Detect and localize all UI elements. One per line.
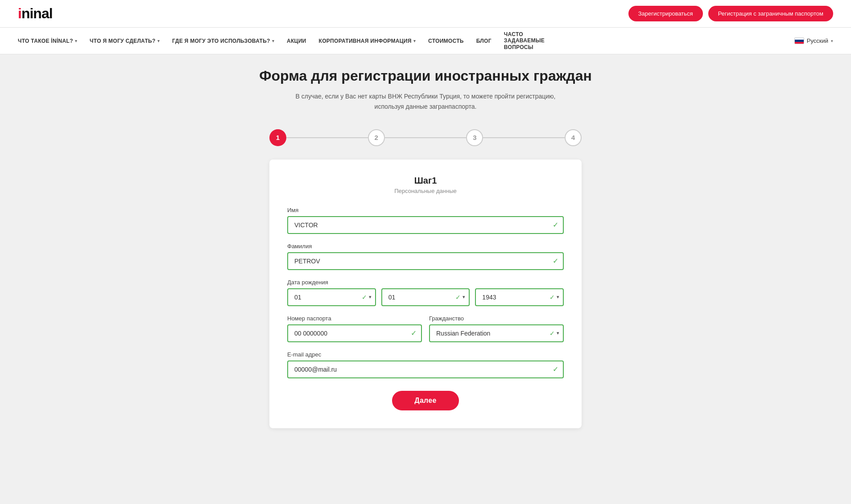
passport-field-group: Номер паспорта ✓ xyxy=(287,315,422,342)
date-row: 01 ✓ ▾ 01 ✓ ▾ xyxy=(287,288,564,306)
first-name-field-group: Имя ✓ xyxy=(287,207,564,234)
form-card: Шаг1 Персональные данные Имя ✓ Фамилия ✓… xyxy=(269,160,582,428)
step-line-1 xyxy=(286,137,368,138)
chevron-down-icon: ▾ xyxy=(413,39,416,43)
dob-field-group: Дата рождения 01 ✓ ▾ 01 ✓ xyxy=(287,279,564,306)
dob-label: Дата рождения xyxy=(287,279,564,286)
step-4-container: 4 xyxy=(565,129,582,146)
passport-input[interactable] xyxy=(287,324,422,342)
day-select[interactable]: 01 xyxy=(287,288,376,306)
language-selector[interactable]: Русский ▾ xyxy=(794,37,833,44)
month-select[interactable]: 01 xyxy=(381,288,470,306)
logo: ininal xyxy=(18,5,53,22)
chevron-down-icon: ▾ xyxy=(75,39,77,43)
nav-item-promotions[interactable]: АКЦИИ xyxy=(287,32,306,50)
nav-item-faq[interactable]: ЧАСТО ЗАДАВАЕМЫЕ ВОПРОСЫ xyxy=(504,28,558,54)
last-name-label: Фамилия xyxy=(287,243,564,250)
month-select-wrapper: 01 ✓ ▾ xyxy=(381,288,470,306)
chevron-down-icon: ▾ xyxy=(272,39,274,43)
nav-item-blog[interactable]: БЛОГ xyxy=(476,32,492,50)
step-2-container: 2 xyxy=(368,129,467,146)
day-select-wrapper: 01 ✓ ▾ xyxy=(287,288,376,306)
step-2-circle: 2 xyxy=(368,129,385,146)
last-name-input-wrapper: ✓ xyxy=(287,252,564,270)
year-select-wrapper: 1943 ✓ ▾ xyxy=(475,288,564,306)
nav-item-what-can[interactable]: ЧТО Я МОГУ СДЕЛАТЬ? ▾ xyxy=(90,32,160,50)
chevron-down-icon: ▾ xyxy=(831,39,833,43)
first-name-input-wrapper: ✓ xyxy=(287,216,564,234)
citizenship-field-group: Гражданство Russian Federation ✓ ▾ xyxy=(429,315,564,342)
russian-flag-icon xyxy=(794,37,804,44)
last-name-input[interactable] xyxy=(287,252,564,270)
citizenship-select[interactable]: Russian Federation xyxy=(429,324,564,342)
chevron-down-icon: ▾ xyxy=(157,39,160,43)
header: ininal Зарегистрироваться Регистрация с … xyxy=(0,0,851,28)
passport-citizenship-row: Номер паспорта ✓ Гражданство Russian Fed… xyxy=(287,315,564,342)
email-field-group: E-mail адрес ✓ xyxy=(287,351,564,378)
page-subtitle: В случае, если у Вас нет карты ВНЖ Респу… xyxy=(18,91,833,111)
citizenship-label: Гражданство xyxy=(429,315,564,322)
stepper: 1 2 3 4 xyxy=(269,129,582,146)
next-button[interactable]: Далее xyxy=(392,391,459,410)
last-name-field-group: Фамилия ✓ xyxy=(287,243,564,270)
step-line-2 xyxy=(385,137,467,138)
step-1-circle: 1 xyxy=(269,129,286,146)
citizenship-select-wrapper: Russian Federation ✓ ▾ xyxy=(429,324,564,342)
passport-input-wrapper: ✓ xyxy=(287,324,422,342)
step-line-3 xyxy=(483,137,565,138)
page-title: Форма для регистрации иностранных гражда… xyxy=(18,68,833,84)
passport-label: Номер паспорта xyxy=(287,315,422,322)
first-name-label: Имя xyxy=(287,207,564,213)
form-card-subtitle: Персональные данные xyxy=(287,188,564,194)
email-input[interactable] xyxy=(287,361,564,378)
main-nav: ЧТО ТАКОЕ İNİNAL? ▾ ЧТО Я МОГУ СДЕЛАТЬ? … xyxy=(0,28,851,54)
first-name-input[interactable] xyxy=(287,216,564,234)
email-label: E-mail адрес xyxy=(287,351,564,358)
form-card-title: Шаг1 xyxy=(287,176,564,186)
logo-text: ininal xyxy=(18,5,53,22)
header-buttons: Зарегистрироваться Регистрация с заграни… xyxy=(628,6,833,21)
email-input-wrapper: ✓ xyxy=(287,361,564,378)
year-select[interactable]: 1943 xyxy=(475,288,564,306)
nav-item-where[interactable]: ГДЕ Я МОГУ ЭТО ИСПОЛЬЗОВАТЬ? ▾ xyxy=(172,32,274,50)
nav-item-cost[interactable]: Стоимость xyxy=(428,32,464,50)
step-4-circle: 4 xyxy=(565,129,582,146)
register-button[interactable]: Зарегистрироваться xyxy=(628,6,703,21)
nav-item-corporate[interactable]: КОРПОРАТИВНАЯ ИНФОРМАЦИЯ ▾ xyxy=(319,32,416,50)
step-3-container: 3 xyxy=(466,129,565,146)
step-1-container: 1 xyxy=(269,129,368,146)
foreign-passport-button[interactable]: Регистрация с заграничным паспортом xyxy=(708,6,833,21)
main-content: Форма для регистрации иностранных гражда… xyxy=(0,54,851,455)
nav-item-what-is[interactable]: ЧТО ТАКОЕ İNİNAL? ▾ xyxy=(18,32,77,50)
step-3-circle: 3 xyxy=(466,129,483,146)
